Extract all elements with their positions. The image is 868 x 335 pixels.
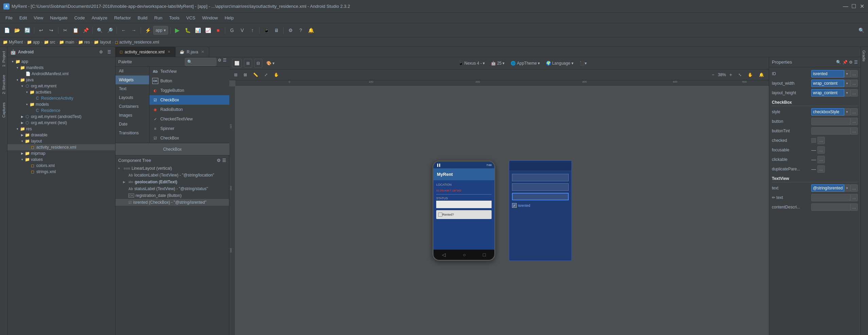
prop-input-id[interactable]: isrented [811,70,844,78]
prop-height-arrow[interactable]: ▾ [844,89,850,97]
bell-btn[interactable]: 🔔 [757,70,766,79]
prop-input-buttontint[interactable] [811,127,850,135]
breadcrumb-main[interactable]: 📁 main [59,40,74,45]
prop-style-arrow[interactable]: ▾ [844,108,850,116]
tree-item-drawable[interactable]: ▶ 📁 drawable [7,132,115,138]
palette-item-checkedtextview[interactable]: ✓ CheckedTextView [149,114,229,124]
prop-text-arrow[interactable]: ▾ [844,184,850,192]
menu-tools[interactable]: Tools [166,14,183,22]
tree-item-values[interactable]: ▾ 📁 values [7,156,115,163]
prop-input-contentdescri[interactable] [811,203,850,211]
palette-item-button[interactable]: OK Button [149,76,229,86]
find-btn[interactable]: 🔍 [95,26,104,35]
tree-item-residenceactivity[interactable]: C ResidenceActivity [7,95,115,101]
event-log-btn[interactable]: 🔔 [306,26,316,35]
properties-settings-btn[interactable]: ⚙ [849,60,853,65]
prop-button-more[interactable]: … [850,118,858,125]
comp-tree-geolocation[interactable]: ▶ abc geolocation (EditText) [116,179,229,185]
comp-tree-collapse-btn[interactable]: ☰ [222,158,226,163]
menu-file[interactable]: File [2,14,16,22]
prop-width-more[interactable]: … [850,80,858,87]
device-btn[interactable]: 📱 [262,26,271,35]
prop-focusable-more[interactable]: … [817,146,825,154]
prop-id-more[interactable]: … [850,70,858,78]
prop-input-text[interactable]: @string/isrented [811,184,844,192]
new-file-btn[interactable]: 📄 [2,26,12,35]
prop-style-more[interactable]: … [850,108,858,116]
redo-btn[interactable]: ↪ [47,26,56,35]
title-bar-controls[interactable]: — ☐ ✕ [843,4,865,9]
scroll-btn[interactable]: ✋ [746,70,755,79]
menu-view[interactable]: View [30,14,47,22]
comp-tree-isrented[interactable]: ☑ isrented (CheckBox) - "@string/isrente… [116,199,229,206]
prop-height-more[interactable]: … [850,89,858,97]
palette-cat-text[interactable]: Text [116,84,149,93]
menu-code[interactable]: Code [71,14,88,22]
language-btn[interactable]: 🌍 Language ▾ [544,59,575,68]
palette-search-box[interactable]: 🔍 [185,58,216,66]
app-dropdown[interactable]: app ▾ [153,26,168,35]
tree-item-app[interactable]: ▾ 📁 app [7,58,115,65]
breadcrumb-layout[interactable]: 📁 layout [94,40,111,45]
orientation-btn[interactable]: ⬛▾ [578,59,589,68]
tree-item-colors[interactable]: ◻ colors.xml [7,163,115,169]
project-tab[interactable]: 1: Project [0,47,7,71]
jump-btn[interactable]: ⚡ [143,26,153,35]
palette-item-togglebutton[interactable]: ◐ ToggleButton [149,86,229,95]
captures-tab[interactable]: Captures [0,98,7,122]
run-btn[interactable]: ▶ [173,26,182,35]
menu-navigate[interactable]: Navigate [47,14,71,22]
cut-btn[interactable]: ✂ [60,26,70,35]
structure-tab[interactable]: 2: Structure [0,71,7,98]
prop-clickable-more[interactable]: … [817,156,825,163]
theme-selector-btn[interactable]: 🌐 AppTheme ▾ [509,59,542,68]
menu-refactor[interactable]: Refactor [111,14,134,22]
palette-cat-widgets[interactable]: Widgets [116,76,149,84]
comp-tree-settings-btn[interactable]: ⚙ [217,158,221,163]
forward-btn[interactable]: → [129,26,139,35]
undo-btn[interactable]: ↩ [36,26,46,35]
tree-item-mipmap[interactable]: ▶ 📁 mipmap [7,150,115,156]
comp-tree-statuslabel[interactable]: Ab statusLabel (TextView) - "@string/sta… [116,185,229,192]
palette-cat-images[interactable]: Images [116,111,149,120]
tree-item-layout[interactable]: ▾ 📁 layout [7,138,115,144]
tree-item-residence[interactable]: C Residence [7,107,115,114]
prop-duplicateparent-more[interactable]: … [817,165,825,173]
prop-input-style[interactable]: checkboxStyle [811,108,844,116]
menu-window[interactable]: Window [199,14,221,22]
design-view-btn[interactable]: ⬜ [232,59,242,68]
palette-cat-transitions[interactable]: Transitions [116,129,149,137]
menu-help[interactable]: Help [221,14,237,22]
prop-buttontint-more[interactable]: … [850,127,858,135]
menu-edit[interactable]: Edit [16,14,30,22]
tree-item-models[interactable]: ▾ 📁 models [7,101,115,107]
breadcrumb-file[interactable]: ◻ activity_residence.xml [115,40,159,45]
tree-item-strings[interactable]: ◻ strings.xml [7,169,115,175]
fit-screen-btn[interactable]: ⤡ [736,70,744,79]
tree-item-res[interactable]: ▾ 📁 res [7,126,115,132]
zoom-in-btn[interactable]: ＋ [727,71,734,78]
tree-item-manifests[interactable]: ▾ 📁 manifests [7,65,115,71]
comp-tree-linearlayout[interactable]: ▾ ≡≡≡ LinearLayout (vertical) [116,165,229,172]
menu-run[interactable]: Run [151,14,166,22]
prop-width-arrow[interactable]: ▾ [844,80,850,87]
tree-item-test[interactable]: ▶ ⬡ org.wit.myrent (test) [7,120,115,126]
emulator-btn[interactable]: 🖥 [272,26,281,35]
copy-btn[interactable]: 📋 [71,26,80,35]
palette-search-input[interactable] [194,60,214,64]
tree-item-activity-residence[interactable]: ◻ activity_residence.xml [7,144,115,150]
palette-item-radiobutton[interactable]: ◉ RadioButton [149,105,229,114]
vcs2-btn[interactable]: ↑ [248,26,257,35]
tree-item-androidmanifest[interactable]: 📄 AndroidManifest.xml [7,71,115,77]
vcs1-btn[interactable]: V [237,26,247,35]
palette-cat-containers[interactable]: Containers [116,102,149,111]
palette-item-checkbox2[interactable]: ☑ CheckBox [149,133,229,143]
prop-input-layout-height[interactable]: wrap_content [811,89,844,97]
blueprint-view-btn[interactable]: ⊞ [244,59,252,68]
breadcrumb-app[interactable]: 📁 app [27,40,40,45]
breadcrumb-res[interactable]: 📁 res [78,40,90,45]
api-level-btn[interactable]: 🤖 25 ▾ [489,59,507,68]
properties-pin-btn[interactable]: 📌 [843,60,848,65]
menu-vcs[interactable]: VCS [183,14,199,22]
prop-input-layout-width[interactable]: wrap_content [811,80,844,87]
